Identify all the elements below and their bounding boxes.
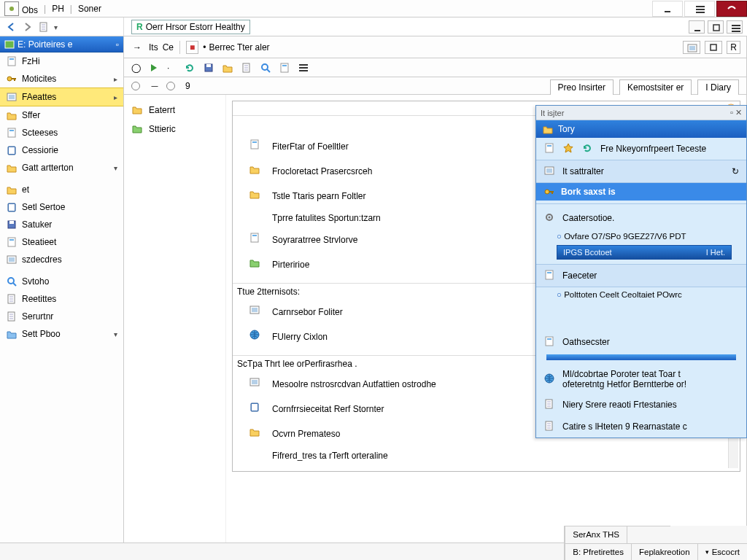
rp-section-bork[interactable]: Bork saxst is [536,183,746,201]
rp-row-itsatt[interactable]: It sattralter ↻ [536,160,746,183]
ico-doc[interactable] [241,62,252,74]
rp-sub-ovfare: ○ Ovfare O7/SPo 9GEZ27/V6 PDT [536,229,746,244]
close-button[interactable] [716,1,747,17]
tool-right-1[interactable] [683,41,700,54]
nav-item-settpboo[interactable]: Sett Pboo [0,325,123,343]
title-menu-3[interactable]: Soner [78,4,101,14]
ico-page[interactable] [279,62,290,74]
nav-item-fzhi[interactable]: FzHi [0,52,123,70]
title-menu-1[interactable]: Obs [4,1,38,16]
svg-point-16 [9,7,14,11]
nav-item-moticites[interactable]: Moticites [0,70,123,88]
ico-search[interactable] [260,62,271,74]
svg-rect-17 [5,41,14,48]
folder-eaterrt[interactable]: Eaterrt [130,101,220,120]
tab-preo[interactable]: Preo Insirter [550,79,614,95]
ico-bars[interactable] [298,62,309,74]
tab-diary[interactable]: I Diary [697,79,739,95]
rp-row-caater[interactable]: Caatersotioe. [536,207,746,229]
nav-item-gatt[interactable]: Gatt artterton [0,159,123,176]
tab-kemo[interactable]: Kemostsiter er [619,79,692,95]
nav-item-cessiorie[interactable]: Cessiorie [0,141,123,159]
nav-item-scteeses[interactable]: Scteeses [0,124,123,141]
rp-tab-x[interactable]: ▫ ✕ [730,108,742,117]
status-pfret[interactable]: B: Pfretirettes [565,543,631,561]
tab-radio-2[interactable] [166,82,175,90]
nav-forward-icon[interactable] [22,21,34,33]
title-menu-2[interactable]: PH [52,4,64,14]
nav-item-serurtnr[interactable]: Serurtnr [0,308,123,325]
win2-minimize[interactable] [689,20,705,34]
rp-tab-label[interactable]: It isjter [541,109,564,117]
status-seranx[interactable]: SerAnx THS [565,526,627,543]
left-nav: E: Poirteires e ▫ FzHi Moticites FAeatte… [0,36,124,542]
folder-tree: Eaterrt Sttieric [124,95,226,542]
win2-extra[interactable] [727,20,743,34]
rp-row-faeceter[interactable]: Faeceter [536,264,746,287]
minimize-button[interactable] [652,1,683,17]
nav-item-steatieet[interactable]: Steatieet [0,233,123,251]
window-title: R Oerr Hrsor Estorr Healthy [131,20,250,34]
status-feplak[interactable]: Feplakreotion [631,543,697,561]
nav-doc-icon[interactable] [38,21,50,33]
rp-code-box[interactable]: IPGS BcotoetI Het. [557,245,732,260]
ico-refresh[interactable] [184,62,196,74]
ico-dot[interactable]: · [167,63,169,73]
rp-row-fre[interactable]: Fre Nkeyornfrpeert Teceste [536,138,746,160]
left-nav-close-icon[interactable]: ▫ [116,39,119,50]
tool-ce[interactable]: Ce [163,42,174,52]
secondary-titlebar: R Oerr Hrsor Estorr Healthy [0,18,747,36]
task-fifrerd[interactable]: Fifrerd_tres ta rTerft orteraline [246,446,731,465]
nav-item-et[interactable]: et [0,181,123,198]
rp-sub-polttoten: ○ Polttoten Ceelt Ceoltaiet POwrc [536,287,746,302]
right-panel: It isjter ▫ ✕ Tory Fre Nkeyornfrpeert Te… [535,105,747,438]
nav-item-faeattes[interactable]: FAeattes [0,88,123,106]
tool-berrec[interactable]: • Berrec Tter aler [203,42,269,52]
square-button[interactable] [684,1,715,17]
status-top-2[interactable] [627,526,670,543]
tool-its[interactable]: Its [149,42,158,52]
nav-item-reetittes[interactable]: Reetittes [0,290,123,308]
tab-bar: ⸺ 9 Preo Insirter Kemostsiter er I Diary [124,77,746,95]
status-escocrt[interactable]: ▾Escocrt [697,543,747,561]
tab-num: 9 [185,81,190,91]
rp-link-2[interactable]: Catire s lHteten 9 Rearnastate c [536,416,746,438]
status-bar: SerAnx THS B: Pfretirettes Feplakreotion… [0,542,747,560]
tab-radio-1[interactable] [131,82,140,90]
tab-sep: ⸺ [150,81,159,91]
tool-boxed[interactable]: ■ [186,41,198,54]
tool-right-3[interactable]: R [727,41,740,54]
toolbar-icons: ◯ · [124,58,746,77]
ico-play[interactable] [148,62,160,74]
nav-item-satuker[interactable]: Satuker [0,216,123,233]
rp-body-text: Ml/dcobrtae Poroter teat Toar t ofeteret… [536,365,746,394]
ico-disk[interactable] [203,62,214,74]
ico-folder[interactable] [222,62,233,74]
rp-link-1[interactable]: Niery Srere reaoti Frtestanies [536,394,746,416]
tool-right-2[interactable] [705,41,722,54]
nav-item-sffer[interactable]: Sffer [0,106,123,124]
rp-header: Tory [536,120,746,138]
folder-sttieric[interactable]: Sttieric [130,120,220,139]
nav-item-svtoho[interactable]: Svtoho [0,273,123,290]
nav-item-setl[interactable]: Setl Sertoe [0,198,123,216]
ico-radio[interactable]: ◯ [131,63,141,73]
rp-row-oath[interactable]: Oathsecster [536,331,746,353]
rp-progress-bar [546,354,736,360]
nav-item-szdecdres[interactable]: szdecdres [0,251,123,268]
title-bar: Obs | PH | Soner [0,0,747,18]
nav-back-icon[interactable] [6,21,18,33]
tool-back[interactable]: → [130,40,144,55]
toolbar-primary: → Its Ce ■ • Berrec Tter aler R [124,36,746,58]
left-nav-header: E: Poirteires e ▫ [0,36,123,52]
win2-maximize[interactable] [708,20,724,34]
